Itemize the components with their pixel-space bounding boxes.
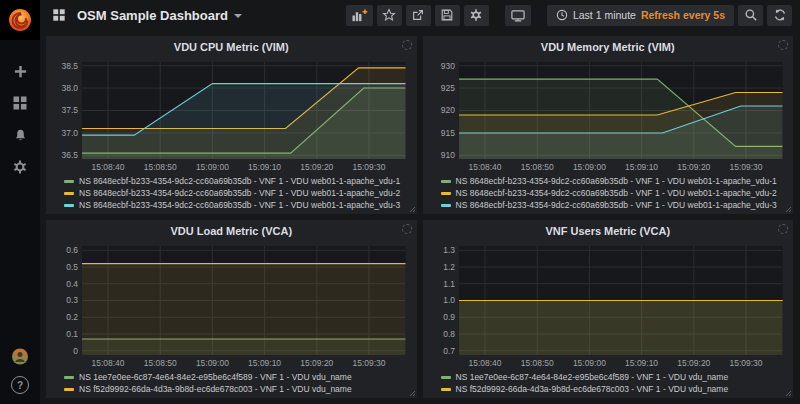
legend-item[interactable]: NS 8648ecbf-b233-4354-9dc2-cc60a69b35db … (64, 175, 411, 187)
legend-color-key (441, 388, 451, 391)
svg-text:925: 925 (440, 83, 454, 93)
svg-text:15:09:10: 15:09:10 (625, 358, 658, 368)
load-metric-chart[interactable]: 00.10.20.30.40.50.615:08:4015:08:5015:09… (52, 240, 411, 370)
legend-series-name: NS f52d9992-66da-4d3a-9b8d-ec6de678c003 … (79, 384, 352, 394)
svg-text:15:09:10: 15:09:10 (248, 358, 281, 368)
panel-loading-spinner (778, 224, 788, 234)
panel-title[interactable]: VNF Users Metric (VCA) (429, 223, 788, 240)
legend-color-key (441, 204, 451, 207)
alerting-bell-icon[interactable] (11, 126, 29, 144)
panel-resize-handle[interactable] (784, 389, 792, 397)
memory-metric-chart[interactable]: 91091592092593015:08:4015:08:5015:09:001… (429, 56, 788, 174)
add-icon[interactable] (11, 62, 29, 80)
svg-text:37.0: 37.0 (61, 128, 78, 138)
svg-text:1.3: 1.3 (443, 245, 455, 255)
svg-text:15:08:40: 15:08:40 (92, 162, 125, 172)
panel-title[interactable]: VDU Load Metric (VCA) (52, 223, 411, 240)
legend-series-name: NS 8648ecbf-b233-4354-9dc2-cc60a69b35db … (456, 200, 777, 210)
svg-text:15:08:50: 15:08:50 (144, 162, 177, 172)
grafana-logo[interactable] (0, 0, 40, 40)
panel-vdu-load-metric-vca: VDU Load Metric (VCA) 00.10.20.30.40.50.… (46, 220, 417, 398)
legend-series-name: NS 8648ecbf-b233-4354-9dc2-cc60a69b35db … (79, 176, 400, 186)
panel-resize-handle[interactable] (784, 205, 792, 213)
legend-item[interactable]: NS f52d9992-66da-4d3a-9b8d-ec6de678c003 … (441, 383, 788, 395)
users-metric-chart[interactable]: 0.70.80.91.01.11.21.315:08:4015:08:5015:… (429, 240, 788, 370)
legend-item[interactable]: NS 8648ecbf-b233-4354-9dc2-cc60a69b35db … (64, 199, 411, 211)
save-button[interactable] (435, 5, 460, 26)
dashboard-grid: VDU CPU Metric (VIM) 36.537.037.538.038.… (40, 30, 800, 404)
svg-text:1.2: 1.2 (443, 262, 455, 272)
time-range-label: Last 1 minute (573, 9, 636, 21)
legend-color-key (441, 376, 451, 379)
svg-text:15:09:30: 15:09:30 (352, 358, 385, 368)
svg-text:38.0: 38.0 (61, 83, 78, 93)
magnifier-icon (744, 8, 758, 22)
legend-item[interactable]: NS 8648ecbf-b233-4354-9dc2-cc60a69b35db … (441, 187, 788, 199)
legend-item[interactable]: NS 8648ecbf-b233-4354-9dc2-cc60a69b35db … (64, 187, 411, 199)
svg-text:0.8: 0.8 (443, 329, 455, 339)
svg-text:1.1: 1.1 (443, 279, 455, 289)
svg-text:15:09:10: 15:09:10 (248, 162, 281, 172)
svg-text:0.4: 0.4 (66, 279, 78, 289)
legend-item[interactable]: NS 1ee7e0ee-6c87-4e64-84e2-e95be6c4f589 … (64, 371, 411, 383)
svg-text:920: 920 (440, 106, 454, 116)
gear-icon (469, 8, 483, 22)
legend-item[interactable]: NS 8648ecbf-b233-4354-9dc2-cc60a69b35db … (441, 199, 788, 211)
star-button[interactable] (377, 5, 402, 26)
panel-resize-handle[interactable] (408, 205, 416, 213)
dashboard-dropdown-caret[interactable] (234, 14, 242, 18)
chart-legend: NS 8648ecbf-b233-4354-9dc2-cc60a69b35db … (429, 174, 788, 212)
legend-item[interactable]: NS f52d9992-66da-4d3a-9b8d-ec6de678c003 … (64, 383, 411, 395)
svg-text:0: 0 (73, 346, 78, 356)
svg-text:915: 915 (440, 128, 454, 138)
chart-legend: NS 8648ecbf-b233-4354-9dc2-cc60a69b35db … (52, 174, 411, 212)
legend-color-key (441, 180, 451, 183)
dashboard-title[interactable]: OSM Sample Dashboard (77, 8, 228, 23)
legend-series-name: NS 8648ecbf-b233-4354-9dc2-cc60a69b35db … (79, 188, 400, 198)
svg-text:15:09:20: 15:09:20 (300, 162, 333, 172)
legend-series-name: NS 8648ecbf-b233-4354-9dc2-cc60a69b35db … (79, 200, 400, 210)
panel-title[interactable]: VDU CPU Metric (VIM) (52, 39, 411, 56)
configuration-gear-icon[interactable] (11, 158, 29, 176)
add-panel-button[interactable] (346, 5, 373, 26)
legend-color-key (64, 376, 74, 379)
settings-button[interactable] (464, 5, 489, 26)
legend-item[interactable]: NS 8648ecbf-b233-4354-9dc2-cc60a69b35db … (441, 175, 788, 187)
panel-resize-handle[interactable] (408, 389, 416, 397)
legend-color-key (441, 192, 451, 195)
svg-text:15:08:50: 15:08:50 (520, 162, 553, 172)
svg-text:0.2: 0.2 (66, 312, 78, 322)
legend-color-key (64, 204, 74, 207)
share-button[interactable] (406, 5, 431, 26)
svg-text:15:09:00: 15:09:00 (196, 162, 229, 172)
dashboard-squares-icon[interactable] (50, 6, 68, 24)
svg-text:0.3: 0.3 (66, 296, 78, 306)
sidebar: ? (0, 0, 40, 404)
add-panel-icon (351, 8, 368, 23)
svg-text:15:08:50: 15:08:50 (144, 358, 177, 368)
star-icon (382, 8, 396, 22)
zoom-out-button[interactable] (738, 5, 763, 26)
legend-color-key (64, 388, 74, 391)
help-icon[interactable]: ? (11, 376, 29, 394)
svg-text:0.5: 0.5 (66, 262, 78, 272)
refresh-interval-label: Refresh every 5s (641, 9, 725, 21)
cpu-metric-chart[interactable]: 36.537.037.538.038.515:08:4015:08:5015:0… (52, 56, 411, 174)
svg-text:910: 910 (440, 150, 454, 160)
svg-text:15:09:20: 15:09:20 (300, 358, 333, 368)
refresh-button[interactable] (767, 5, 792, 26)
legend-series-name: NS 8648ecbf-b233-4354-9dc2-cc60a69b35db … (456, 188, 777, 198)
tv-mode-button[interactable] (505, 5, 531, 26)
svg-text:15:09:20: 15:09:20 (677, 358, 710, 368)
toolbar: Last 1 minute Refresh every 5s (346, 5, 792, 26)
panel-title[interactable]: VDU Memory Metric (VIM) (429, 39, 788, 56)
user-avatar[interactable] (11, 347, 29, 365)
svg-text:15:09:30: 15:09:30 (729, 162, 762, 172)
dashboards-icon[interactable] (11, 94, 29, 112)
panel-vdu-memory-metric-vim: VDU Memory Metric (VIM) 9109159209259301… (423, 36, 794, 214)
legend-item[interactable]: NS 1ee7e0ee-6c87-4e64-84e2-e95be6c4f589 … (441, 371, 788, 383)
time-picker-button[interactable]: Last 1 minute Refresh every 5s (547, 5, 734, 26)
svg-text:930: 930 (440, 61, 454, 71)
legend-color-key (64, 180, 74, 183)
tv-mode-icon (510, 8, 526, 23)
